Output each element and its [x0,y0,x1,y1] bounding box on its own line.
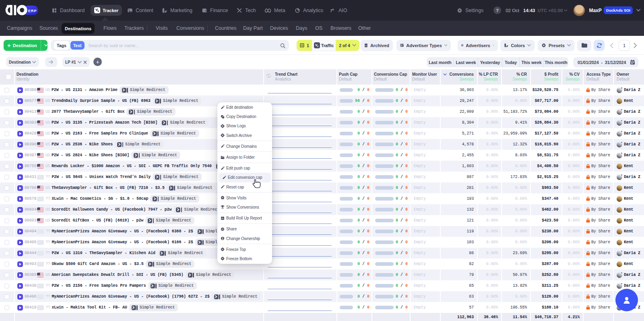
svg-text:ERP: ERP [28,9,37,13]
